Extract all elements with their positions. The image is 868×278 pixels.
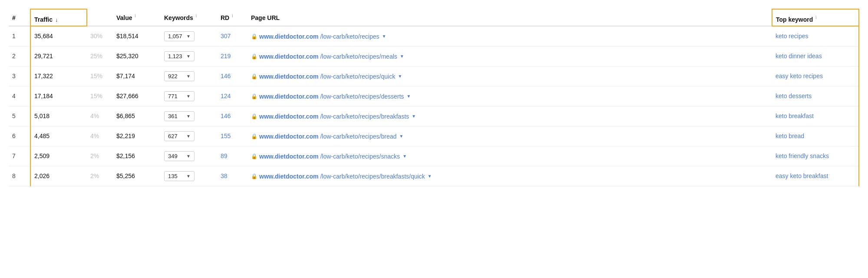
dropdown-arrow-icon[interactable]: ▼ xyxy=(186,34,191,39)
url-dropdown-icon[interactable]: ▼ xyxy=(398,74,402,79)
cell-pct: 15% xyxy=(87,86,113,106)
header-value[interactable]: Value i xyxy=(113,9,161,26)
cell-keywords[interactable]: 771▼ xyxy=(161,86,217,106)
url-domain: www.dietdoctor.com xyxy=(259,53,318,60)
cell-url[interactable]: 🔒www.dietdoctor.com/low-carb/keto/recipe… xyxy=(248,26,772,46)
url-path: /low-carb/keto/recipes/meals xyxy=(320,53,397,60)
url-link[interactable]: 🔒www.dietdoctor.com/low-carb/keto/recipe… xyxy=(251,173,432,180)
header-top-keyword[interactable]: Top keyword i xyxy=(772,9,859,26)
dropdown-arrow-icon[interactable]: ▼ xyxy=(186,154,191,159)
url-dropdown-icon[interactable]: ▼ xyxy=(400,54,404,59)
dropdown-arrow-icon[interactable]: ▼ xyxy=(186,174,191,179)
keyword-count: 349 xyxy=(168,153,178,159)
url-link[interactable]: 🔒www.dietdoctor.com/low-carb/keto/recipe… xyxy=(251,113,416,120)
url-link[interactable]: 🔒www.dietdoctor.com/low-carb/keto/recipe… xyxy=(251,33,386,40)
url-domain: www.dietdoctor.com xyxy=(259,73,318,80)
cell-keywords[interactable]: 349▼ xyxy=(161,146,217,166)
cell-top-keyword[interactable]: keto desserts xyxy=(772,86,859,106)
cell-num: 1 xyxy=(9,26,30,46)
cell-top-keyword[interactable]: keto breakfast xyxy=(772,106,859,126)
cell-url[interactable]: 🔒www.dietdoctor.com/low-carb/keto/recipe… xyxy=(248,106,772,126)
cell-url[interactable]: 🔒www.dietdoctor.com/low-carb/keto/recipe… xyxy=(248,126,772,146)
cell-num: 8 xyxy=(9,166,30,186)
cell-keywords[interactable]: 1,123▼ xyxy=(161,46,217,66)
top-keyword-text: easy keto recipes xyxy=(776,73,823,79)
keyword-count: 922 xyxy=(168,73,178,79)
cell-url[interactable]: 🔒www.dietdoctor.com/low-carb/keto/recipe… xyxy=(248,86,772,106)
cell-keywords[interactable]: 135▼ xyxy=(161,166,217,186)
keyword-count: 1,123 xyxy=(168,53,182,60)
cell-url[interactable]: 🔒www.dietdoctor.com/low-carb/keto/recipe… xyxy=(248,146,772,166)
cell-keywords[interactable]: 1,057▼ xyxy=(161,26,217,46)
header-num: # xyxy=(9,9,30,26)
info-icon-value: i xyxy=(135,13,135,18)
url-path: /low-carb/keto/recipes/quick xyxy=(320,73,395,80)
lock-icon: 🔒 xyxy=(251,53,257,60)
url-link[interactable]: 🔒www.dietdoctor.com/low-carb/keto/recipe… xyxy=(251,153,407,160)
cell-num: 4 xyxy=(9,86,30,106)
cell-rd: 307 xyxy=(217,26,248,46)
cell-value: $5,256 xyxy=(113,166,161,186)
cell-top-keyword[interactable]: keto dinner ideas xyxy=(772,46,859,66)
cell-rd: 146 xyxy=(217,66,248,86)
cell-value: $6,865 xyxy=(113,106,161,126)
lock-icon: 🔒 xyxy=(251,93,257,99)
cell-traffic: 5,018 xyxy=(30,106,87,126)
cell-url[interactable]: 🔒www.dietdoctor.com/low-carb/keto/recipe… xyxy=(248,66,772,86)
cell-top-keyword[interactable]: easy keto breakfast xyxy=(772,166,859,186)
url-path: /low-carb/keto/recipes xyxy=(320,33,379,40)
lock-icon: 🔒 xyxy=(251,133,257,139)
header-traffic[interactable]: Traffic ↓ xyxy=(30,9,87,26)
header-keywords[interactable]: Keywords i xyxy=(161,9,217,26)
data-table: # Traffic ↓ Value i Keywords i RD i xyxy=(9,9,859,186)
keyword-count: 361 xyxy=(168,113,178,119)
cell-pct: 25% xyxy=(87,46,113,66)
info-icon-keywords: i xyxy=(196,13,197,18)
url-link[interactable]: 🔒www.dietdoctor.com/low-carb/keto/recipe… xyxy=(251,133,403,140)
url-domain: www.dietdoctor.com xyxy=(259,93,318,100)
dropdown-arrow-icon[interactable]: ▼ xyxy=(186,74,191,79)
table-row: 72,5092%$2,156349▼89🔒www.dietdoctor.com/… xyxy=(9,146,859,166)
cell-rd: 146 xyxy=(217,106,248,126)
cell-keywords[interactable]: 922▼ xyxy=(161,66,217,86)
cell-keywords[interactable]: 361▼ xyxy=(161,106,217,126)
header-rd[interactable]: RD i xyxy=(217,9,248,26)
cell-url[interactable]: 🔒www.dietdoctor.com/low-carb/keto/recipe… xyxy=(248,46,772,66)
table-row: 135,68430%$18,5141,057▼307🔒www.dietdocto… xyxy=(9,26,859,46)
cell-keywords[interactable]: 627▼ xyxy=(161,126,217,146)
url-link[interactable]: 🔒www.dietdoctor.com/low-carb/keto/recipe… xyxy=(251,53,404,60)
cell-top-keyword[interactable]: keto bread xyxy=(772,126,859,146)
cell-url[interactable]: 🔒www.dietdoctor.com/low-carb/keto/recipe… xyxy=(248,166,772,186)
url-dropdown-icon[interactable]: ▼ xyxy=(382,34,386,39)
cell-top-keyword[interactable]: keto friendly snacks xyxy=(772,146,859,166)
cell-top-keyword[interactable]: easy keto recipes xyxy=(772,66,859,86)
url-dropdown-icon[interactable]: ▼ xyxy=(403,154,407,159)
dropdown-arrow-icon[interactable]: ▼ xyxy=(186,94,191,99)
cell-value: $25,320 xyxy=(113,46,161,66)
url-link[interactable]: 🔒www.dietdoctor.com/low-carb/keto/recipe… xyxy=(251,93,411,100)
url-dropdown-icon[interactable]: ▼ xyxy=(399,134,403,139)
cell-value: $2,219 xyxy=(113,126,161,146)
url-dropdown-icon[interactable]: ▼ xyxy=(412,114,416,119)
cell-traffic: 35,684 xyxy=(30,26,87,46)
url-domain: www.dietdoctor.com xyxy=(259,113,318,120)
cell-pct: 4% xyxy=(87,106,113,126)
lock-icon: 🔒 xyxy=(251,113,257,119)
cell-num: 3 xyxy=(9,66,30,86)
url-dropdown-icon[interactable]: ▼ xyxy=(406,94,411,99)
cell-rd: 155 xyxy=(217,126,248,146)
table-header-row: # Traffic ↓ Value i Keywords i RD i xyxy=(9,9,859,26)
header-pct xyxy=(87,9,113,26)
table-row: 82,0262%$5,256135▼38🔒www.dietdoctor.com/… xyxy=(9,166,859,186)
lock-icon: 🔒 xyxy=(251,33,257,40)
cell-top-keyword[interactable]: keto recipes xyxy=(772,26,859,46)
top-keyword-text: easy keto breakfast xyxy=(776,172,828,179)
url-dropdown-icon[interactable]: ▼ xyxy=(428,174,432,179)
dropdown-arrow-icon[interactable]: ▼ xyxy=(186,114,191,119)
dropdown-arrow-icon[interactable]: ▼ xyxy=(186,54,191,59)
dropdown-arrow-icon[interactable]: ▼ xyxy=(186,134,191,139)
table-row: 317,32215%$7,174922▼146🔒www.dietdoctor.c… xyxy=(9,66,859,86)
url-domain: www.dietdoctor.com xyxy=(259,133,318,140)
url-link[interactable]: 🔒www.dietdoctor.com/low-carb/keto/recipe… xyxy=(251,73,402,80)
table-row: 64,4854%$2,219627▼155🔒www.dietdoctor.com… xyxy=(9,126,859,146)
